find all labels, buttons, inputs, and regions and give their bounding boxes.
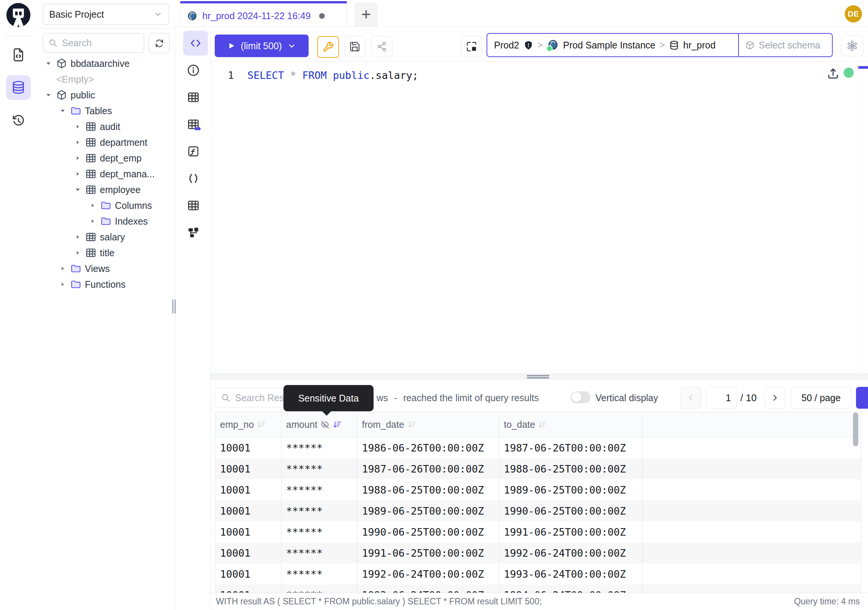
- cell[interactable]: 1993-06-24T00:00:00Z: [499, 563, 642, 584]
- schema-search[interactable]: [43, 33, 144, 53]
- tree-item-dept-emp[interactable]: dept_emp: [37, 150, 175, 166]
- tree-item-title[interactable]: title: [37, 245, 175, 261]
- cell-masked[interactable]: ******: [282, 437, 357, 458]
- refresh-button[interactable]: [149, 33, 170, 53]
- procedures-panel-button[interactable]: [186, 171, 200, 186]
- tree-item-tables[interactable]: Tables: [37, 103, 175, 119]
- chevron-right-icon[interactable]: [74, 123, 82, 131]
- cell[interactable]: 1992-06-24T00:00:00Z: [357, 563, 499, 584]
- next-page-button[interactable]: [764, 387, 786, 409]
- sort-icon[interactable]: [333, 419, 343, 429]
- tree-item-views[interactable]: Views: [37, 261, 175, 276]
- tab-hr-prod[interactable]: hr_prod 2024-11-22 16:49: [180, 1, 347, 26]
- chevron-down-icon[interactable]: [59, 107, 67, 115]
- page-number-box[interactable]: [706, 387, 736, 409]
- cell[interactable]: 10001: [215, 458, 282, 479]
- external-tables-panel-button[interactable]: [186, 117, 200, 132]
- chevron-right-icon[interactable]: [59, 280, 67, 289]
- cell-masked[interactable]: ******: [282, 479, 357, 500]
- schema-selector[interactable]: Select schema: [738, 34, 832, 56]
- cell-masked[interactable]: ******: [282, 584, 357, 593]
- tree-item-bbdataarchive[interactable]: bbdataarchive: [37, 56, 175, 71]
- sidebar-resize-handle[interactable]: [172, 300, 176, 314]
- database-nav-button[interactable]: [6, 75, 31, 100]
- cell[interactable]: 1988-06-25T00:00:00Z: [357, 479, 499, 500]
- chevron-down-icon[interactable]: [287, 41, 296, 50]
- column-header-to-date[interactable]: to_date: [499, 412, 642, 437]
- chevron-right-icon[interactable]: [59, 264, 67, 273]
- info-panel-button[interactable]: [186, 63, 200, 78]
- run-query-button[interactable]: (limit 500): [215, 34, 308, 57]
- cell[interactable]: 1990-06-25T00:00:00Z: [499, 500, 642, 522]
- upload-sheet-button[interactable]: [827, 67, 840, 80]
- cell[interactable]: 1989-06-25T00:00:00Z: [357, 500, 499, 522]
- cell[interactable]: 10001: [215, 500, 282, 522]
- batch-query-button[interactable]: [461, 36, 482, 57]
- column-header-amount[interactable]: amount: [282, 412, 357, 437]
- cell[interactable]: 1989-06-25T00:00:00Z: [499, 479, 642, 500]
- eye-off-icon[interactable]: [320, 420, 330, 429]
- sort-icon[interactable]: [257, 419, 267, 429]
- history-nav-button[interactable]: [6, 108, 31, 133]
- chevron-down-icon[interactable]: [44, 59, 53, 68]
- splitter-grip[interactable]: [527, 375, 549, 376]
- cell[interactable]: 10001: [215, 479, 282, 500]
- panel-splitter[interactable]: [211, 373, 868, 380]
- cell[interactable]: 1992-06-24T00:00:00Z: [499, 542, 642, 563]
- tables-panel-button[interactable]: [186, 90, 200, 104]
- tree-item-indexes[interactable]: Indexes: [37, 213, 175, 229]
- cell[interactable]: 1991-06-25T00:00:00Z: [499, 522, 642, 542]
- tree-item-department[interactable]: department: [37, 135, 175, 150]
- cell[interactable]: 10001: [215, 563, 282, 584]
- worksheet-nav-button[interactable]: [6, 42, 31, 67]
- sort-icon[interactable]: [538, 419, 548, 429]
- tree-item-salary[interactable]: salary: [37, 229, 175, 245]
- format-sql-button[interactable]: [317, 36, 339, 58]
- cell[interactable]: 1991-06-25T00:00:00Z: [357, 542, 499, 563]
- cell-masked[interactable]: ******: [282, 522, 357, 542]
- chevron-right-icon[interactable]: [74, 233, 82, 241]
- avatar[interactable]: DE: [845, 5, 862, 23]
- cell[interactable]: 1987-06-26T00:00:00Z: [499, 437, 642, 458]
- chevron-right-icon[interactable]: [88, 217, 97, 225]
- sql-editor[interactable]: 1 SELECT * FROM public.salary;: [216, 68, 418, 83]
- chevron-right-icon[interactable]: [74, 154, 82, 162]
- cell[interactable]: 1988-06-25T00:00:00Z: [499, 458, 642, 479]
- vertical-display-toggle[interactable]: [570, 391, 591, 403]
- new-tab-button[interactable]: +: [354, 2, 378, 26]
- tree-item-dept-manager[interactable]: dept_mana...: [37, 166, 175, 182]
- tree-item-employee[interactable]: employee: [37, 182, 175, 197]
- cell[interactable]: 10001: [215, 542, 282, 563]
- chevron-right-icon[interactable]: [74, 249, 82, 257]
- page-size-select[interactable]: 50 / page: [790, 387, 851, 409]
- editor-panel-toggle[interactable]: [183, 31, 208, 56]
- page-number-input[interactable]: [706, 387, 736, 408]
- tree-item-public[interactable]: public: [37, 87, 175, 103]
- export-button[interactable]: [856, 387, 868, 409]
- project-selector[interactable]: Basic Project: [43, 4, 169, 25]
- sort-icon[interactable]: [407, 419, 417, 429]
- cell[interactable]: 1994-06-24T00:00:00Z: [499, 584, 642, 593]
- functions-panel-button[interactable]: [186, 144, 200, 158]
- column-header-emp-no[interactable]: emp_no: [215, 412, 282, 437]
- cell-masked[interactable]: ******: [282, 563, 357, 584]
- cell-masked[interactable]: ******: [282, 458, 357, 479]
- cell[interactable]: 1987-06-26T00:00:00Z: [357, 458, 499, 479]
- ai-assistant-button[interactable]: [841, 35, 863, 56]
- tree-item-audit[interactable]: audit: [37, 119, 175, 135]
- schema-diagram-button[interactable]: [186, 225, 200, 240]
- chevron-right-icon[interactable]: [88, 201, 97, 210]
- splitter-grip[interactable]: [527, 377, 549, 379]
- views-panel-button[interactable]: [186, 198, 200, 213]
- prev-page-button[interactable]: [680, 387, 701, 409]
- share-button[interactable]: [371, 36, 392, 57]
- cell[interactable]: 1990-06-25T00:00:00Z: [357, 522, 499, 542]
- chevron-right-icon[interactable]: [74, 170, 82, 178]
- search-input[interactable]: [61, 37, 138, 49]
- cell[interactable]: 10001: [215, 522, 282, 542]
- connection-breadcrumb[interactable]: Prod2 > Prod Sample Instance > hr_prod S…: [487, 33, 833, 57]
- bytebase-logo[interactable]: [6, 3, 30, 27]
- results-scrollbar-thumb[interactable]: [853, 413, 858, 446]
- chevron-right-icon[interactable]: [74, 138, 82, 146]
- save-button[interactable]: [344, 36, 365, 57]
